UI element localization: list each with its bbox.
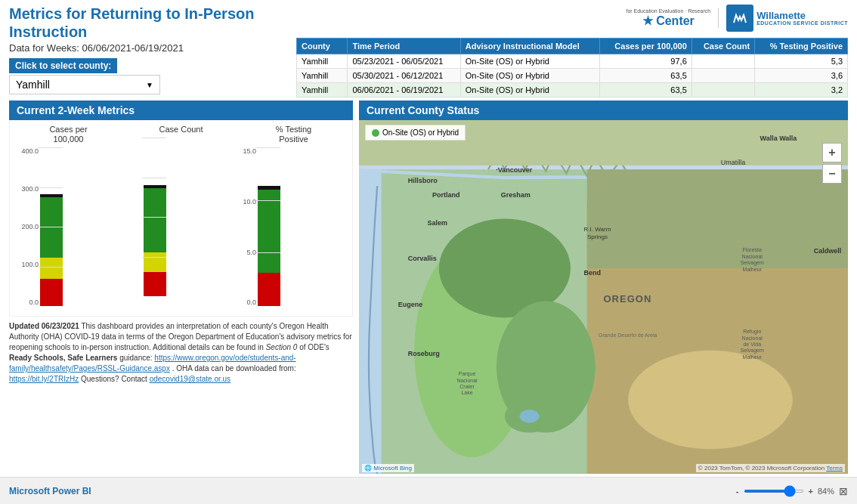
section-ref: Section 0 — [266, 343, 298, 351]
y-axis-cases-0: 0.0 — [16, 298, 39, 306]
y-axis-cases-2: 200.0 — [16, 223, 39, 230]
th-cases: Cases per 100,000 — [599, 39, 691, 54]
y-axis-cases-1: 100.0 — [16, 261, 39, 268]
center-logo: for Education Evaluation · Research ★ Ce… — [626, 8, 719, 28]
map-legend: On-Site (OS) or Hybrid — [365, 125, 466, 141]
zoom-plus-label[interactable]: + — [809, 487, 813, 496]
y-axis-cases-4: 400.0 — [16, 147, 39, 155]
td-count — [691, 69, 754, 83]
right-panel: Current County Status — [359, 100, 848, 474]
y-axis-pct-1: 5.0 — [241, 249, 256, 256]
map-bing: 🌐 Microsoft Bing — [362, 464, 414, 472]
bar-red — [40, 279, 63, 306]
td-time: 06/06/2021 - 06/19/2021 — [348, 83, 460, 97]
td-model: On-Site (OS) or Hybrid — [460, 54, 599, 69]
city-corvallis: Corvallis — [408, 255, 437, 262]
city-portland: Portland — [432, 191, 460, 199]
city-bend: Bend — [584, 269, 602, 277]
chart-count: Case Count — [128, 125, 234, 296]
metrics-section: Current 2-Week Metrics Cases per100,000 … — [9, 100, 353, 317]
zoom-controls: + − — [822, 143, 842, 184]
city-salem: Salem — [428, 219, 448, 227]
td-cases: 63,5 — [599, 83, 691, 97]
legend-label: On-Site (OS) or Hybrid — [382, 128, 459, 137]
td-cases: 63,5 — [599, 69, 691, 83]
bottom-right: - + 84% ⊠ — [736, 485, 848, 497]
td-county: Yamhill — [297, 83, 348, 97]
city-caldwell: Caldwell — [814, 247, 842, 255]
city-refugio: RefugioNacionalde VidaSelvagemMalheur — [741, 329, 764, 360]
bar-pct-red — [258, 273, 280, 306]
willamette-name: Willamette — [756, 11, 848, 20]
county-dropdown[interactable]: Yamhill ▼ — [9, 75, 160, 94]
map-terms-link[interactable]: Terms — [826, 465, 843, 472]
center-logo-top: for Education Evaluation · Research — [626, 8, 710, 14]
zoom-level: 84% — [818, 487, 834, 496]
chart-label-count: Case Count — [128, 125, 234, 135]
svg-point-8 — [519, 410, 539, 422]
bottom-bar: Microsoft Power BI - + 84% ⊠ — [0, 477, 857, 504]
zoom-in-button[interactable]: + — [822, 143, 842, 162]
city-roseburg: Roseburg — [408, 350, 440, 357]
expand-icon[interactable]: ⊠ — [839, 485, 848, 497]
th-count: Case Count — [691, 39, 754, 54]
updated-label: Updated 06/23/2021 — [9, 322, 79, 330]
date-range: Data for Weeks: 06/06/2021-06/19/2021 — [9, 42, 296, 54]
y-axis-pct-3: 15.0 — [241, 147, 256, 155]
y-axis-pct-2: 10.0 — [241, 198, 256, 206]
city-grande: Grande Deserto de Areia — [599, 332, 657, 338]
select-county-label[interactable]: Click to select county: — [9, 58, 117, 73]
state-label: OREGON — [604, 293, 652, 305]
page-title: Metrics for Returning to In-Person Instr… — [9, 5, 296, 41]
chart-label-cases: Cases per100,000 — [16, 125, 121, 144]
th-model: Advisory Instructional Model — [460, 39, 599, 54]
y-axis-pct-0: 0.0 — [241, 298, 256, 306]
y-axis-cases-3: 300.0 — [16, 185, 39, 193]
center-logo-main: ★ Center — [642, 14, 695, 28]
th-pct: % Testing Positive — [755, 39, 848, 54]
zoom-out-button[interactable]: − — [822, 164, 842, 184]
map-header: Current County Status — [359, 100, 848, 120]
td-county: Yamhill — [297, 69, 348, 83]
footer-text-3: guidance: — [119, 354, 154, 362]
footer-text: Updated 06/23/2021 This dashboard provid… — [9, 320, 353, 386]
bar-count-red — [144, 272, 166, 296]
bing-icon: 🌐 — [364, 465, 372, 472]
top-right: for Education Evaluation · Research ★ Ce… — [296, 5, 848, 97]
th-county: County — [297, 39, 348, 54]
bar-count-yellow — [144, 252, 166, 272]
top-left: Metrics for Returning to In-Person Instr… — [9, 5, 296, 97]
td-model: On-Site (OS) or Hybrid — [460, 83, 599, 97]
city-parque: ParqueNacionalCraterLake — [456, 371, 477, 397]
email-link[interactable]: odecovid19@state.or.us — [150, 375, 230, 383]
willamette-logo: Willamette EDUCATION SERVICE DISTRICT — [726, 5, 848, 32]
city-floresta: FlorestaNacionalSelvagemMalheur — [741, 247, 764, 273]
td-pct: 3,6 — [755, 69, 848, 83]
td-pct: 5,3 — [755, 54, 848, 69]
bit-link[interactable]: https://bit.ly/2TRIzHz — [9, 375, 79, 383]
data-table-wrapper: County Time Period Advisory Instructiona… — [296, 38, 848, 97]
table-row: Yamhill 06/06/2021 - 06/19/2021 On-Site … — [297, 83, 848, 97]
td-pct: 3,2 — [755, 83, 848, 97]
city-walla-walla: Walla Walla — [760, 135, 797, 142]
td-count — [691, 54, 754, 69]
td-county: Yamhill — [297, 54, 348, 69]
city-vancouver: ·Vancouver — [496, 166, 532, 174]
city-umatilla: Umatilla — [721, 159, 746, 166]
bar-yellow — [40, 258, 63, 279]
map-copyright: © 2023 TomTom, © 2023 Microsoft Corporat… — [696, 464, 845, 472]
city-hillsboro: Hillsboro — [408, 177, 438, 184]
chart-cases: Cases per100,000 400.0 300.0 200.0 100.0… — [16, 125, 121, 306]
main-container: Metrics for Returning to In-Person Instr… — [0, 0, 857, 504]
zoom-slider[interactable] — [744, 490, 804, 493]
left-panel: Current 2-Week Metrics Cases per100,000 … — [9, 100, 353, 474]
county-selected: Yamhill — [16, 79, 50, 91]
map-container[interactable]: On-Site (OS) or Hybrid Walla Walla Hills… — [359, 120, 848, 474]
table-row: Yamhill 05/23/2021 - 06/05/2021 On-Site … — [297, 54, 848, 69]
table-row: Yamhill 05/30/2021 - 06/12/2021 On-Site … — [297, 69, 848, 83]
powerbi-link[interactable]: Microsoft Power BI — [9, 486, 91, 496]
chart-pct: % TestingPositive 15.0 10.0 5.0 0.0 — [241, 125, 346, 306]
guide-title: Ready Schools, Safe Learners — [9, 354, 117, 362]
willamette-sub: EDUCATION SERVICE DISTRICT — [756, 20, 848, 26]
zoom-minus-label[interactable]: - — [736, 487, 739, 496]
